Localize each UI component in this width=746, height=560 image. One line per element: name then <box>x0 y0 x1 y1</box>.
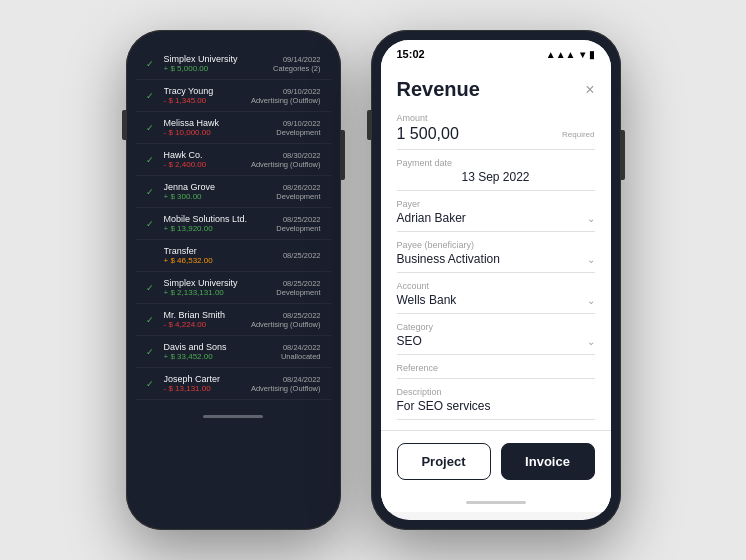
reference-field[interactable]: Reference <box>397 359 595 379</box>
transaction-amount: + $ 5,000.00 <box>164 64 269 73</box>
signal-icon: ▲▲▲ <box>546 49 576 60</box>
transaction-name: Jenna Grove <box>164 182 273 192</box>
category-field[interactable]: Category SEO ⌄ <box>397 318 595 355</box>
check-icon: ✓ <box>146 283 160 293</box>
project-button[interactable]: Project <box>397 443 491 480</box>
revenue-form: Revenue × Amount 1 500,00 Required P <box>381 64 611 512</box>
payment-date-label: Payment date <box>397 158 595 168</box>
transaction-date: 09/10/2022 <box>251 87 321 96</box>
account-label: Account <box>397 281 595 291</box>
transaction-item[interactable]: ✓Jenna Grove+ $ 300.0008/26/2022Developm… <box>136 176 331 208</box>
transaction-info: Davis and Sons+ $ 33,452.00 <box>164 342 277 361</box>
transaction-right: 08/24/2022Unallocated <box>281 343 321 361</box>
transaction-date: 08/25/2022 <box>283 251 321 260</box>
transaction-category: Development <box>276 128 320 137</box>
transaction-category: Development <box>276 224 320 233</box>
transaction-category: Categories (2) <box>273 64 321 73</box>
description-text: For SEO services <box>397 399 491 413</box>
payment-date-value: 13 Sep 2022 <box>397 170 595 184</box>
transaction-category: Advertising (Outflow) <box>251 160 321 169</box>
category-value: SEO ⌄ <box>397 334 595 348</box>
amount-label: Amount <box>397 113 595 123</box>
transaction-category: Development <box>276 192 320 201</box>
transaction-item[interactable]: Transfer+ $ 46,532.0008/25/2022 <box>136 240 331 272</box>
left-phone: ✓Simplex University+ $ 5,000.0009/14/202… <box>126 30 341 530</box>
payer-value: Adrian Baker ⌄ <box>397 211 595 225</box>
time-label: 15:02 <box>397 48 425 60</box>
transaction-item[interactable]: ✓Davis and Sons+ $ 33,452.0008/24/2022Un… <box>136 336 331 368</box>
status-icons: ▲▲▲ ▾ ▮ <box>546 49 595 60</box>
transaction-date: 08/24/2022 <box>251 375 321 384</box>
category-chevron: ⌄ <box>587 336 595 347</box>
transaction-item[interactable]: ✓Mobile Solutions Ltd.+ $ 13,920.0008/25… <box>136 208 331 240</box>
home-indicator-left <box>136 408 331 424</box>
transaction-date: 09/14/2022 <box>273 55 321 64</box>
check-icon: ✓ <box>146 155 160 165</box>
transaction-info: Simplex University+ $ 5,000.00 <box>164 54 269 73</box>
transaction-info: Hawk Co.- $ 2,400.00 <box>164 150 247 169</box>
transaction-info: Simplex University+ $ 2,133,131.00 <box>164 278 273 297</box>
payer-field[interactable]: Payer Adrian Baker ⌄ <box>397 195 595 232</box>
check-icon: ✓ <box>146 379 160 389</box>
transaction-amount: + $ 2,133,131.00 <box>164 288 273 297</box>
transaction-name: Davis and Sons <box>164 342 277 352</box>
transaction-info: Mr. Brian Smith- $ 4,224.00 <box>164 310 247 329</box>
form-body: Amount 1 500,00 Required Payment date 13… <box>381 109 611 430</box>
transaction-date: 08/24/2022 <box>281 343 321 352</box>
transaction-item[interactable]: ✓Simplex University+ $ 5,000.0009/14/202… <box>136 48 331 80</box>
payer-label: Payer <box>397 199 595 209</box>
transaction-list: ✓Simplex University+ $ 5,000.0009/14/202… <box>136 40 331 408</box>
amount-field[interactable]: Amount 1 500,00 Required <box>397 109 595 150</box>
payee-text: Business Activation <box>397 252 500 266</box>
account-chevron: ⌄ <box>587 295 595 306</box>
transaction-name: Mobile Solutions Ltd. <box>164 214 273 224</box>
transaction-right: 09/10/2022Advertising (Outflow) <box>251 87 321 105</box>
required-label: Required <box>562 130 594 139</box>
transaction-item[interactable]: ✓Joseph Carter- $ 13,131.0008/24/2022Adv… <box>136 368 331 400</box>
transaction-name: Tracy Young <box>164 86 247 96</box>
transaction-amount: + $ 13,920.00 <box>164 224 273 233</box>
status-bar: 15:02 ▲▲▲ ▾ ▮ <box>381 40 611 64</box>
transaction-item[interactable]: ✓Simplex University+ $ 2,133,131.0008/25… <box>136 272 331 304</box>
transaction-item[interactable]: ✓Melissa Hawk- $ 10,000.0009/10/2022Deve… <box>136 112 331 144</box>
form-header: Revenue × <box>381 64 611 109</box>
transaction-item[interactable]: ✓Hawk Co.- $ 2,400.0008/30/2022Advertisi… <box>136 144 331 176</box>
category-text: SEO <box>397 334 422 348</box>
close-button[interactable]: × <box>585 81 594 99</box>
description-field[interactable]: Description For SEO services <box>397 383 595 420</box>
transaction-category: Advertising (Outflow) <box>251 320 321 329</box>
transaction-amount: + $ 33,452.00 <box>164 352 277 361</box>
transaction-item[interactable]: ✓Tracy Young- $ 1,345.0009/10/2022Advert… <box>136 80 331 112</box>
transaction-date: 09/10/2022 <box>276 119 320 128</box>
payer-chevron: ⌄ <box>587 213 595 224</box>
transaction-item[interactable]: ✓Mr. Brian Smith- $ 4,224.0008/25/2022Ad… <box>136 304 331 336</box>
transaction-category: Advertising (Outflow) <box>251 384 321 393</box>
transaction-amount: - $ 13,131.00 <box>164 384 247 393</box>
account-field[interactable]: Account Wells Bank ⌄ <box>397 277 595 314</box>
transaction-right: 08/25/2022 <box>283 251 321 260</box>
account-text: Wells Bank <box>397 293 457 307</box>
payment-date-text: 13 Sep 2022 <box>461 170 529 184</box>
check-icon: ✓ <box>146 187 160 197</box>
transaction-amount: - $ 4,224.00 <box>164 320 247 329</box>
transaction-category: Advertising (Outflow) <box>251 96 321 105</box>
transaction-amount: + $ 46,532.00 <box>164 256 279 265</box>
transaction-right: 08/25/2022Development <box>276 279 320 297</box>
transaction-category: Unallocated <box>281 352 321 361</box>
invoice-button[interactable]: Invoice <box>501 443 595 480</box>
payee-label: Payee (beneficiary) <box>397 240 595 250</box>
form-footer: Project Invoice <box>381 430 611 492</box>
transaction-info: Transfer+ $ 46,532.00 <box>164 246 279 265</box>
payee-field[interactable]: Payee (beneficiary) Business Activation … <box>397 236 595 273</box>
transaction-right: 08/25/2022Advertising (Outflow) <box>251 311 321 329</box>
transaction-date: 08/25/2022 <box>276 279 320 288</box>
check-icon: ✓ <box>146 123 160 133</box>
form-title: Revenue <box>397 78 480 101</box>
home-bar-right <box>466 501 526 504</box>
transaction-right: 09/14/2022Categories (2) <box>273 55 321 73</box>
home-indicator-right <box>381 492 611 512</box>
description-value: For SEO services <box>397 399 595 413</box>
transaction-name: Melissa Hawk <box>164 118 273 128</box>
payment-date-field[interactable]: Payment date 13 Sep 2022 <box>397 154 595 191</box>
transaction-right: 08/30/2022Advertising (Outflow) <box>251 151 321 169</box>
